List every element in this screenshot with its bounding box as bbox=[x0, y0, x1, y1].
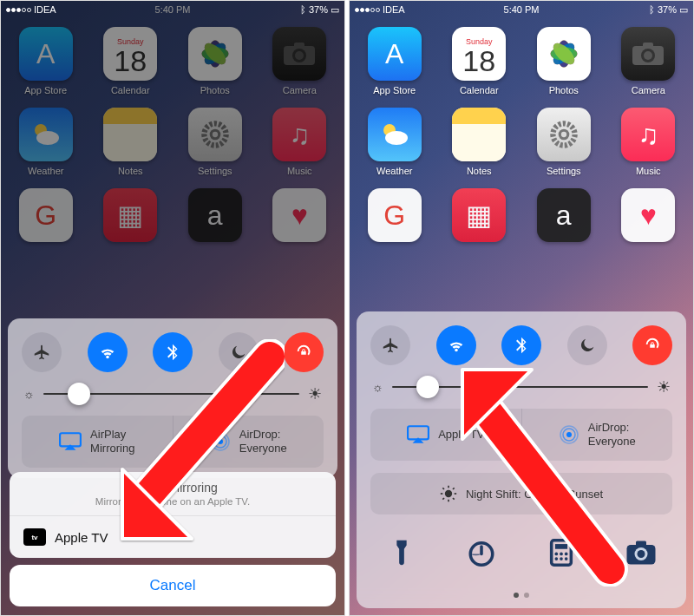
bluetooth-toggle[interactable] bbox=[501, 325, 541, 365]
battery-label: 37% bbox=[658, 4, 677, 15]
camera-util-icon bbox=[625, 540, 657, 566]
app-label: Camera bbox=[632, 85, 665, 95]
svg-point-63 bbox=[638, 550, 645, 558]
airplay-title: AirPlay Mirroring bbox=[22, 481, 324, 495]
nightshift-prefix: Night Shift: bbox=[466, 488, 521, 501]
svg-line-48 bbox=[453, 498, 455, 500]
app-music[interactable]: ♫Music bbox=[616, 108, 682, 176]
airplay-button[interactable]: AirPlay Mirroring bbox=[22, 416, 173, 469]
brightness-slider[interactable]: ☼ ☀ bbox=[22, 384, 324, 403]
app-generic[interactable]: ♥ bbox=[616, 188, 682, 257]
svg-rect-30 bbox=[643, 43, 653, 48]
airdrop-button[interactable]: AirDrop:Everyone bbox=[521, 409, 673, 462]
airplane-icon bbox=[381, 336, 400, 355]
airdrop-icon bbox=[559, 424, 579, 445]
battery-label: 37% bbox=[309, 4, 328, 15]
airplane-icon bbox=[32, 343, 51, 362]
signal-dots-icon bbox=[6, 8, 31, 12]
airplay-device-row[interactable]: tv Apple TV bbox=[10, 516, 336, 558]
svg-point-37 bbox=[561, 132, 566, 137]
airplane-toggle[interactable] bbox=[22, 332, 62, 372]
app-label: App Store bbox=[373, 85, 416, 95]
brightness-slider[interactable]: ☼ ☀ bbox=[370, 377, 672, 396]
svg-rect-38 bbox=[408, 426, 429, 439]
cc-toggle-row bbox=[370, 325, 672, 365]
app-notes[interactable]: Notes bbox=[447, 108, 513, 176]
app-photos[interactable]: Photos bbox=[531, 27, 597, 95]
calculator-button[interactable] bbox=[535, 527, 587, 579]
airdrop-button[interactable]: AirDrop:Everyone bbox=[173, 416, 324, 469]
moon-icon bbox=[229, 343, 248, 362]
home-grid: AApp Store Sunday18Calendar Photos Camer… bbox=[350, 27, 693, 257]
app-weather[interactable]: Weather bbox=[362, 108, 428, 176]
airplay-sheet-header: AirPlay Mirroring Mirror your iPhone on … bbox=[10, 472, 336, 516]
app-camera[interactable]: Camera bbox=[616, 27, 682, 95]
app-label: Music bbox=[636, 166, 661, 176]
battery-icon: ▭ bbox=[331, 4, 339, 16]
airplay-icon bbox=[407, 425, 429, 444]
camera-button[interactable] bbox=[615, 527, 667, 579]
cancel-button[interactable]: Cancel bbox=[10, 565, 336, 606]
svg-point-39 bbox=[566, 432, 572, 437]
app-appstore[interactable]: AApp Store bbox=[362, 27, 428, 95]
bluetooth-icon bbox=[163, 343, 182, 362]
app-calendar[interactable]: Sunday18Calendar bbox=[447, 27, 513, 95]
svg-line-49 bbox=[442, 498, 444, 500]
app-label: Photos bbox=[549, 85, 579, 95]
phone-right: AApp Store Sunday18Calendar Photos Camer… bbox=[349, 0, 694, 616]
svg-point-55 bbox=[560, 553, 563, 556]
svg-point-34 bbox=[385, 131, 408, 145]
wifi-toggle[interactable] bbox=[436, 325, 476, 365]
app-generic[interactable]: a bbox=[531, 188, 597, 257]
airplay-sheet: AirPlay Mirroring Mirror your iPhone on … bbox=[10, 472, 336, 558]
app-label: Weather bbox=[376, 166, 412, 176]
svg-line-50 bbox=[453, 488, 455, 489]
rotation-lock-toggle[interactable] bbox=[284, 332, 324, 372]
photos-icon bbox=[545, 35, 583, 73]
airplay-device-label: Apple TV bbox=[55, 530, 108, 545]
bluetooth-toggle[interactable] bbox=[153, 332, 193, 372]
nightshift-value: Off Until Sunset bbox=[524, 488, 603, 501]
svg-point-59 bbox=[565, 557, 568, 560]
page-dots bbox=[370, 593, 672, 598]
brightness-high-icon: ☀ bbox=[657, 377, 671, 396]
lock-rotation-icon bbox=[294, 343, 313, 362]
gear-icon bbox=[546, 116, 582, 153]
svg-rect-53 bbox=[555, 544, 567, 549]
airplane-toggle[interactable] bbox=[370, 325, 410, 365]
dnd-toggle[interactable] bbox=[567, 325, 607, 365]
app-generic[interactable]: G bbox=[362, 188, 428, 257]
airplay-label: Apple TV bbox=[438, 428, 484, 441]
app-generic[interactable]: ▦ bbox=[447, 188, 513, 257]
airdrop-label: AirDrop: bbox=[239, 428, 287, 442]
wifi-toggle[interactable] bbox=[88, 332, 128, 372]
flashlight-icon bbox=[387, 538, 416, 567]
flashlight-button[interactable] bbox=[376, 527, 428, 579]
bluetooth-icon: ᛒ bbox=[300, 4, 306, 15]
moon-icon bbox=[578, 336, 597, 355]
dnd-toggle[interactable] bbox=[219, 332, 259, 372]
airdrop-value: Everyone bbox=[588, 435, 636, 449]
app-label: Settings bbox=[547, 166, 581, 176]
timer-button[interactable] bbox=[455, 527, 507, 579]
rotation-lock-toggle[interactable] bbox=[632, 325, 672, 365]
airdrop-value: Everyone bbox=[239, 442, 287, 455]
airplay-button[interactable]: Apple TV bbox=[370, 409, 521, 462]
phone-left: AApp Store Sunday18Calendar Photos Camer… bbox=[0, 0, 345, 616]
airplay-sub: Mirror your iPhone on an Apple TV. bbox=[22, 496, 324, 507]
svg-rect-17 bbox=[60, 433, 81, 446]
airdrop-icon bbox=[210, 431, 231, 452]
brightness-high-icon: ☀ bbox=[308, 384, 322, 403]
svg-point-56 bbox=[565, 553, 568, 556]
svg-point-57 bbox=[554, 557, 558, 560]
airplay-modal: AirPlay Mirroring Mirror your iPhone on … bbox=[10, 472, 336, 606]
cc-share-row: Apple TV AirDrop:Everyone bbox=[370, 409, 672, 462]
svg-rect-61 bbox=[636, 541, 646, 547]
signal-dots-icon bbox=[355, 8, 380, 12]
battery-icon: ▭ bbox=[679, 4, 688, 16]
appletv-icon: tv bbox=[23, 528, 46, 546]
status-bar: IDEA 5:40 PM ᛒ37%▭ bbox=[350, 1, 693, 18]
control-center: ☼ ☀ Apple TV AirDrop:Everyone Night Shif… bbox=[357, 311, 686, 609]
night-shift-button[interactable]: Night Shift: Off Until Sunset bbox=[370, 473, 672, 514]
app-settings[interactable]: Settings bbox=[531, 108, 597, 176]
